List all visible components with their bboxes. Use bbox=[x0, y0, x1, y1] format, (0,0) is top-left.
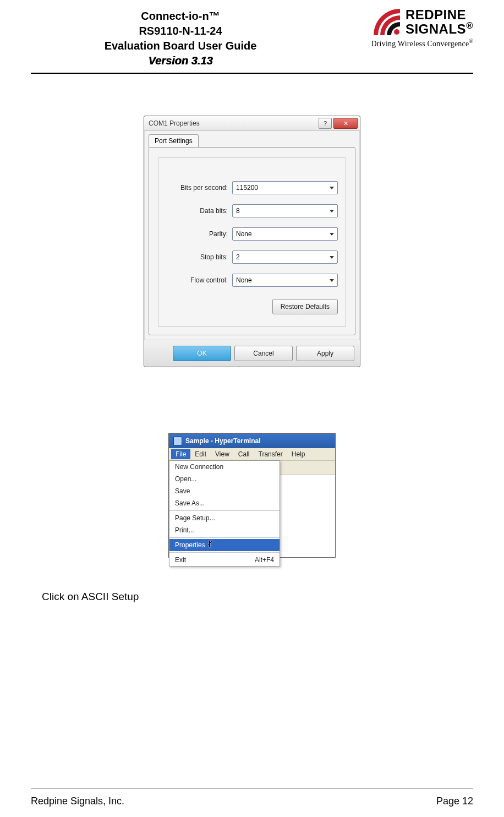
menu-item-exit[interactable]: Exit Alt+F4 bbox=[169, 554, 280, 566]
file-dropdown: New Connection Open... Save Save As... P… bbox=[169, 460, 280, 567]
menu-help[interactable]: Help bbox=[287, 449, 310, 459]
menu-item-page-setup[interactable]: Page Setup... bbox=[169, 512, 280, 524]
label-data-bits: Data bits: bbox=[166, 207, 232, 215]
page-header: Connect-io-n™ RS9110-N-11-24 Evaluation … bbox=[31, 0, 473, 68]
brand-tagline: Driving Wireless Convergence® bbox=[330, 38, 473, 48]
dialog-titlebar: COM1 Properties ? ✕ bbox=[144, 116, 360, 131]
doc-title-line1: Connect-io-n™ bbox=[31, 9, 330, 24]
menu-item-properties[interactable]: Properties bbox=[169, 539, 280, 551]
footer-rule bbox=[31, 788, 473, 788]
field-flow-control: Flow control: None bbox=[166, 274, 338, 287]
select-data-bits[interactable]: 8 bbox=[232, 204, 338, 217]
menu-separator bbox=[169, 552, 280, 553]
brand-word1: REDPINE bbox=[406, 7, 466, 22]
help-icon: ? bbox=[324, 120, 327, 127]
help-button[interactable]: ? bbox=[319, 118, 332, 129]
apply-button[interactable]: Apply bbox=[296, 346, 354, 361]
brand-reg: ® bbox=[466, 20, 473, 31]
dialog-action-bar: OK Cancel Apply bbox=[144, 340, 360, 367]
label-flow-control: Flow control: bbox=[166, 276, 232, 284]
ok-button[interactable]: OK bbox=[173, 346, 231, 361]
ht-title-text: Sample - HyperTerminal bbox=[185, 437, 261, 445]
com1-properties-dialog: COM1 Properties ? ✕ Port Settings Bits p… bbox=[144, 116, 360, 367]
ht-titlebar: Sample - HyperTerminal bbox=[169, 434, 335, 448]
exit-accelerator: Alt+F4 bbox=[255, 556, 274, 564]
ht-app-icon bbox=[173, 437, 182, 445]
brand-wordmark: REDPINE SIGNALS® bbox=[406, 9, 473, 36]
instruction-text: Click on ASCII Setup bbox=[42, 591, 473, 603]
menu-item-save[interactable]: Save bbox=[169, 485, 280, 497]
menu-file[interactable]: File bbox=[171, 449, 190, 459]
doc-title-line3: Evaluation Board User Guide bbox=[31, 39, 330, 53]
menu-view[interactable]: View bbox=[211, 449, 234, 459]
hyperterminal-window: Sample - HyperTerminal File Edit View Ca… bbox=[168, 433, 336, 558]
tab-strip: Port Settings bbox=[144, 131, 360, 147]
doc-title-block: Connect-io-n™ RS9110-N-11-24 Evaluation … bbox=[31, 9, 330, 68]
menu-transfer[interactable]: Transfer bbox=[254, 449, 287, 459]
label-stop-bits: Stop bits: bbox=[166, 253, 232, 261]
menu-separator bbox=[169, 510, 280, 511]
close-icon: ✕ bbox=[343, 120, 348, 127]
select-flow-control[interactable]: None bbox=[232, 274, 338, 287]
tab-panel: Bits per second: 115200 Data bits: 8 Par… bbox=[149, 147, 355, 335]
redpine-logo-icon bbox=[374, 9, 400, 35]
ht-menubar: File Edit View Call Transfer Help bbox=[169, 448, 335, 461]
menu-item-print[interactable]: Print... bbox=[169, 524, 280, 536]
close-button[interactable]: ✕ bbox=[333, 118, 358, 129]
restore-defaults-button[interactable]: Restore Defaults bbox=[272, 299, 338, 314]
doc-title-line2: RS9110-N-11-24 bbox=[31, 24, 330, 39]
brand-logo: REDPINE SIGNALS® bbox=[330, 9, 473, 36]
header-rule bbox=[31, 73, 473, 74]
select-stop-bits[interactable]: 2 bbox=[232, 250, 338, 264]
field-bits-per-second: Bits per second: 115200 bbox=[166, 181, 338, 194]
label-bits-per-second: Bits per second: bbox=[166, 184, 232, 192]
menu-item-save-as[interactable]: Save As... bbox=[169, 497, 280, 509]
cancel-button[interactable]: Cancel bbox=[234, 346, 293, 361]
field-parity: Parity: None bbox=[166, 227, 338, 241]
field-data-bits: Data bits: 8 bbox=[166, 204, 338, 217]
doc-version: Version 3.13 bbox=[31, 53, 330, 68]
field-stop-bits: Stop bits: 2 bbox=[166, 250, 338, 264]
select-parity[interactable]: None bbox=[232, 227, 338, 241]
page-footer: Redpine Signals, Inc. Page 12 bbox=[31, 796, 473, 807]
settings-fieldset: Bits per second: 115200 Data bits: 8 Par… bbox=[158, 157, 346, 327]
brand-word2: SIGNALS bbox=[406, 21, 466, 36]
menu-item-new-connection[interactable]: New Connection bbox=[169, 461, 280, 473]
svg-point-1 bbox=[394, 29, 399, 35]
footer-page: Page 12 bbox=[436, 796, 473, 807]
label-parity: Parity: bbox=[166, 230, 232, 238]
menu-item-open[interactable]: Open... bbox=[169, 473, 280, 485]
footer-company: Redpine Signals, Inc. bbox=[31, 796, 124, 807]
tab-port-settings[interactable]: Port Settings bbox=[149, 134, 199, 147]
dialog-title: COM1 Properties bbox=[149, 119, 317, 127]
select-bits-per-second[interactable]: 115200 bbox=[232, 181, 338, 194]
menu-edit[interactable]: Edit bbox=[190, 449, 211, 459]
menu-separator bbox=[169, 537, 280, 538]
brand-block: REDPINE SIGNALS® Driving Wireless Conver… bbox=[330, 9, 473, 48]
menu-call[interactable]: Call bbox=[234, 449, 254, 459]
